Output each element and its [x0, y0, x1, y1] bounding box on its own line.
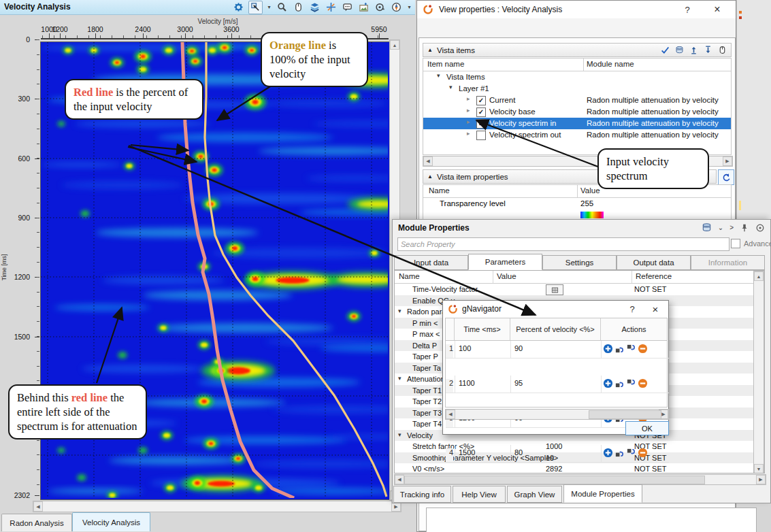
pan-mouse-icon[interactable]: [718, 46, 727, 54]
scrollbar-thumb[interactable]: [404, 476, 705, 484]
column-header-actions[interactable]: Actions: [601, 318, 667, 340]
scrollbar-thumb[interactable]: [589, 410, 661, 419]
expander-closed-icon[interactable]: ▸: [467, 130, 470, 137]
group-expander-icon[interactable]: ▾: [398, 431, 401, 438]
parameter-row[interactable]: V0 <m/s>2892NOT SET: [395, 463, 764, 473]
vista-item-row[interactable]: ▸✓CurrentRadon multiple attenuation by v…: [423, 95, 731, 106]
colormap-swatch[interactable]: [580, 212, 604, 218]
delete-row-button[interactable]: [638, 378, 648, 388]
insert-row-above-button[interactable]: [614, 344, 625, 354]
expander-open-icon[interactable]: ▾: [437, 72, 440, 79]
plot-horizontal-scrollbar[interactable]: ◀ ▶: [33, 501, 401, 512]
scroll-left-button[interactable]: ◀: [423, 156, 433, 166]
view-tab-radon-analysis[interactable]: Radon Analysis: [1, 514, 72, 531]
column-header-name[interactable]: Name: [399, 272, 420, 280]
vista-item-row[interactable]: ▾Layer #1: [423, 83, 731, 95]
column-header-name[interactable]: Name: [429, 186, 450, 195]
column-header-value[interactable]: Value: [497, 272, 516, 280]
x-minor-tick: [250, 35, 251, 38]
dock-tab-tracking-info[interactable]: Tracking info: [393, 486, 451, 503]
scroll-left-button[interactable]: ◀: [446, 410, 455, 419]
view-tab-velocity-analysis[interactable]: Velocity Analysis: [72, 512, 150, 531]
x-minor-tick: [146, 35, 147, 38]
column-header-time[interactable]: Time <ms>: [455, 318, 510, 340]
chevron-right-icon[interactable]: ˃: [729, 224, 734, 231]
scroll-right-button[interactable]: ▶: [723, 156, 732, 166]
dialog-titlebar[interactable]: View properties : Velocity Analysis ? ×: [417, 1, 736, 18]
target-icon[interactable]: [755, 223, 765, 233]
help-button[interactable]: ?: [623, 302, 641, 316]
check-icon[interactable]: [661, 46, 670, 54]
scroll-up-button[interactable]: ▲: [390, 40, 399, 50]
close-button[interactable]: ×: [708, 3, 726, 16]
vista-items-section-header[interactable]: ▲ Vista items: [423, 43, 732, 57]
expander-closed-icon[interactable]: ▸: [467, 118, 470, 125]
vista-item-row[interactable]: ▾Vista Items: [423, 71, 731, 83]
tab-output-data[interactable]: Output data: [617, 255, 691, 270]
gnavigator-row[interactable]: 2110095: [446, 376, 669, 393]
vista-item-row[interactable]: ▸✓Velocity spectrim inRadon multiple att…: [423, 118, 731, 129]
add-row-button[interactable]: [603, 448, 613, 458]
scroll-down-button[interactable]: ▼: [754, 464, 764, 473]
vista-item-row[interactable]: ▸✓Velocity baseRadon multiple attenuatio…: [423, 106, 731, 118]
chevron-down-icon[interactable]: ⌄: [718, 224, 723, 231]
column-header-module-name[interactable]: Module name: [587, 60, 634, 68]
insert-row-below-button[interactable]: [626, 448, 636, 458]
scroll-left-button[interactable]: ◀: [395, 475, 404, 484]
insert-row-below-button[interactable]: [626, 378, 636, 388]
dock-tab-module-properties[interactable]: Module Properties: [563, 484, 642, 503]
reset-button[interactable]: [718, 169, 734, 185]
table-editor-button[interactable]: [546, 284, 563, 295]
advanced-checkbox[interactable]: [731, 239, 740, 248]
dialog-titlebar[interactable]: gNavigator ? ×: [443, 301, 668, 318]
column-header-value[interactable]: Value: [580, 186, 600, 195]
group-expander-icon[interactable]: ▾: [398, 307, 401, 314]
insert-row-below-button[interactable]: [626, 344, 636, 354]
gnavigator-row[interactable]: 4150080: [446, 445, 669, 463]
export-up-icon[interactable]: [689, 46, 698, 54]
tab-input-data[interactable]: Input data: [394, 255, 468, 270]
delete-row-button[interactable]: [638, 344, 648, 354]
checkbox[interactable]: ✓: [476, 119, 486, 129]
checkbox[interactable]: [476, 131, 486, 140]
database-icon[interactable]: [702, 222, 712, 233]
scroll-left-button[interactable]: ◀: [33, 501, 43, 512]
expander-closed-icon[interactable]: ▸: [467, 107, 470, 114]
database-icon[interactable]: [675, 46, 684, 54]
gnavigator-hscrollbar[interactable]: ◀ ▶: [445, 409, 669, 420]
property-row[interactable]: Transparency level 255: [423, 198, 731, 210]
parameter-row[interactable]: Time-Velocity factorNOT SET: [395, 284, 764, 295]
help-button[interactable]: ?: [678, 3, 696, 16]
search-input[interactable]: [397, 237, 729, 251]
insert-row-above-button[interactable]: [614, 378, 625, 388]
close-button[interactable]: ×: [646, 302, 664, 316]
tab-settings[interactable]: Settings: [542, 255, 617, 270]
table-header-row: Time <ms> Percent of velocity <%> Action…: [446, 318, 667, 341]
add-row-button[interactable]: [603, 344, 613, 354]
insert-row-above-button[interactable]: [614, 448, 625, 458]
property-row[interactable]: [423, 210, 731, 220]
scroll-up-button[interactable]: ▲: [754, 271, 764, 281]
column-header-reference[interactable]: Reference: [636, 272, 672, 280]
ok-button[interactable]: OK: [625, 421, 669, 435]
scroll-right-button[interactable]: ▶: [756, 475, 766, 484]
expander-open-icon[interactable]: ▾: [449, 84, 453, 90]
table-hscrollbar[interactable]: ◀ ▶: [394, 474, 766, 485]
gnavigator-row[interactable]: 110090: [446, 341, 669, 359]
checkbox[interactable]: ✓: [476, 107, 486, 117]
delete-row-button[interactable]: [638, 448, 648, 458]
expander-closed-icon[interactable]: ▸: [467, 95, 470, 102]
column-header-item-name[interactable]: Item name: [427, 60, 464, 68]
import-down-icon[interactable]: [704, 46, 712, 54]
vista-item-row[interactable]: ▸Velocity spectrim outRadon multiple att…: [423, 129, 731, 141]
add-row-button[interactable]: [603, 378, 613, 388]
dock-tab-graph-view[interactable]: Graph View: [507, 486, 562, 503]
column-header-percent[interactable]: Percent of velocity <%>: [510, 318, 601, 340]
group-expander-icon[interactable]: ▾: [398, 375, 401, 382]
checkbox[interactable]: ✓: [476, 96, 486, 105]
tab-parameters[interactable]: Parameters: [468, 254, 542, 270]
dock-tab-help-view[interactable]: Help View: [453, 486, 506, 503]
pin-icon[interactable]: [740, 223, 749, 233]
table-vscrollbar[interactable]: ▲ ▼: [753, 271, 764, 473]
tab-information[interactable]: Information: [691, 255, 765, 270]
